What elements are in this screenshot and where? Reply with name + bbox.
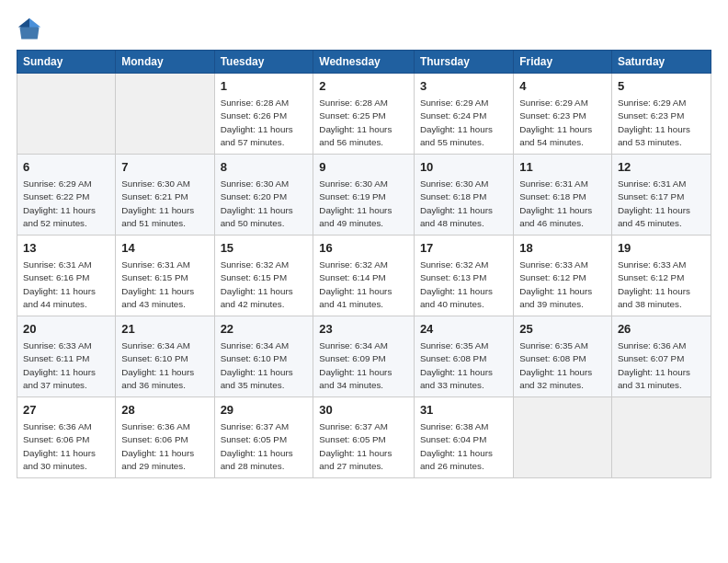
day-number: 19	[618, 240, 705, 257]
day-info: Sunrise: 6:28 AM Sunset: 6:25 PM Dayligh…	[319, 97, 408, 149]
day-number: 18	[519, 240, 606, 257]
day-number: 30	[319, 402, 408, 419]
day-info: Sunrise: 6:34 AM Sunset: 6:10 PM Dayligh…	[221, 339, 308, 392]
day-number: 20	[23, 321, 109, 338]
logo-icon	[17, 17, 42, 42]
calendar-cell: 19Sunrise: 6:33 AM Sunset: 6:12 PM Dayli…	[611, 236, 711, 316]
day-number: 26	[618, 321, 705, 338]
day-info: Sunrise: 6:36 AM Sunset: 6:07 PM Dayligh…	[618, 339, 705, 392]
week-row-5: 27Sunrise: 6:36 AM Sunset: 6:06 PM Dayli…	[17, 397, 711, 478]
day-info: Sunrise: 6:30 AM Sunset: 6:18 PM Dayligh…	[420, 178, 507, 230]
day-number: 6	[23, 159, 109, 176]
day-number: 3	[420, 78, 507, 95]
weekday-header-saturday: Saturday	[611, 51, 711, 74]
day-number: 29	[221, 402, 308, 419]
day-number: 1	[221, 78, 308, 95]
calendar-cell: 10Sunrise: 6:30 AM Sunset: 6:18 PM Dayli…	[414, 155, 513, 236]
day-number: 12	[618, 159, 705, 176]
calendar-cell: 27Sunrise: 6:36 AM Sunset: 6:06 PM Dayli…	[17, 397, 116, 478]
day-number: 31	[420, 402, 507, 419]
calendar-cell: 3Sunrise: 6:29 AM Sunset: 6:24 PM Daylig…	[414, 74, 513, 155]
day-info: Sunrise: 6:35 AM Sunset: 6:08 PM Dayligh…	[420, 339, 507, 392]
day-info: Sunrise: 6:29 AM Sunset: 6:23 PM Dayligh…	[618, 97, 705, 149]
calendar-cell: 22Sunrise: 6:34 AM Sunset: 6:10 PM Dayli…	[214, 316, 313, 397]
calendar-cell: 14Sunrise: 6:31 AM Sunset: 6:15 PM Dayli…	[116, 236, 214, 316]
day-info: Sunrise: 6:28 AM Sunset: 6:26 PM Dayligh…	[221, 97, 308, 149]
svg-marker-1	[29, 18, 40, 28]
day-number: 11	[519, 159, 606, 176]
calendar-cell: 2Sunrise: 6:28 AM Sunset: 6:25 PM Daylig…	[313, 74, 415, 155]
calendar-cell: 28Sunrise: 6:36 AM Sunset: 6:06 PM Dayli…	[116, 397, 214, 478]
day-info: Sunrise: 6:33 AM Sunset: 6:12 PM Dayligh…	[519, 259, 606, 311]
calendar-cell: 26Sunrise: 6:36 AM Sunset: 6:07 PM Dayli…	[611, 316, 711, 397]
weekday-header-sunday: Sunday	[17, 51, 116, 74]
day-number: 2	[319, 78, 408, 95]
weekday-header-friday: Friday	[514, 51, 612, 74]
calendar-cell: 5Sunrise: 6:29 AM Sunset: 6:23 PM Daylig…	[611, 74, 711, 155]
calendar-cell: 7Sunrise: 6:30 AM Sunset: 6:21 PM Daylig…	[116, 155, 214, 236]
calendar-cell: 23Sunrise: 6:34 AM Sunset: 6:09 PM Dayli…	[313, 316, 415, 397]
weekday-header-row: SundayMondayTuesdayWednesdayThursdayFrid…	[17, 51, 711, 74]
weekday-header-wednesday: Wednesday	[313, 51, 415, 74]
weekday-header-thursday: Thursday	[414, 51, 513, 74]
calendar-cell: 13Sunrise: 6:31 AM Sunset: 6:16 PM Dayli…	[17, 236, 116, 316]
day-info: Sunrise: 6:38 AM Sunset: 6:04 PM Dayligh…	[420, 420, 507, 473]
day-number: 21	[121, 321, 208, 338]
day-info: Sunrise: 6:33 AM Sunset: 6:12 PM Dayligh…	[618, 259, 705, 311]
day-info: Sunrise: 6:35 AM Sunset: 6:08 PM Dayligh…	[519, 339, 606, 392]
day-info: Sunrise: 6:29 AM Sunset: 6:22 PM Dayligh…	[23, 178, 109, 230]
calendar-cell: 16Sunrise: 6:32 AM Sunset: 6:14 PM Dayli…	[313, 236, 415, 316]
calendar-cell: 20Sunrise: 6:33 AM Sunset: 6:11 PM Dayli…	[17, 316, 116, 397]
calendar-body: 1Sunrise: 6:28 AM Sunset: 6:26 PM Daylig…	[17, 74, 711, 478]
day-info: Sunrise: 6:29 AM Sunset: 6:24 PM Dayligh…	[420, 97, 507, 149]
day-info: Sunrise: 6:34 AM Sunset: 6:10 PM Dayligh…	[121, 339, 208, 392]
calendar-cell	[17, 74, 116, 155]
day-number: 24	[420, 321, 507, 338]
day-info: Sunrise: 6:31 AM Sunset: 6:18 PM Dayligh…	[519, 178, 606, 230]
day-number: 16	[319, 240, 408, 257]
day-info: Sunrise: 6:30 AM Sunset: 6:20 PM Dayligh…	[221, 178, 308, 230]
calendar-cell: 15Sunrise: 6:32 AM Sunset: 6:15 PM Dayli…	[214, 236, 313, 316]
calendar-cell: 30Sunrise: 6:37 AM Sunset: 6:05 PM Dayli…	[313, 397, 415, 478]
day-number: 28	[121, 402, 208, 419]
day-info: Sunrise: 6:34 AM Sunset: 6:09 PM Dayligh…	[319, 339, 408, 392]
day-number: 22	[221, 321, 308, 338]
day-info: Sunrise: 6:31 AM Sunset: 6:17 PM Dayligh…	[618, 178, 705, 230]
weekday-header-monday: Monday	[116, 51, 214, 74]
day-number: 15	[221, 240, 308, 257]
day-info: Sunrise: 6:36 AM Sunset: 6:06 PM Dayligh…	[121, 420, 208, 473]
day-info: Sunrise: 6:30 AM Sunset: 6:21 PM Dayligh…	[121, 178, 208, 230]
day-info: Sunrise: 6:31 AM Sunset: 6:16 PM Dayligh…	[23, 259, 109, 311]
calendar-cell: 11Sunrise: 6:31 AM Sunset: 6:18 PM Dayli…	[514, 155, 612, 236]
calendar-cell: 1Sunrise: 6:28 AM Sunset: 6:26 PM Daylig…	[214, 74, 313, 155]
calendar-cell: 24Sunrise: 6:35 AM Sunset: 6:08 PM Dayli…	[414, 316, 513, 397]
svg-marker-2	[18, 18, 29, 28]
day-number: 14	[121, 240, 208, 257]
calendar-header: SundayMondayTuesdayWednesdayThursdayFrid…	[17, 51, 711, 74]
day-number: 17	[420, 240, 507, 257]
calendar-cell: 25Sunrise: 6:35 AM Sunset: 6:08 PM Dayli…	[514, 316, 612, 397]
week-row-4: 20Sunrise: 6:33 AM Sunset: 6:11 PM Dayli…	[17, 316, 711, 397]
weekday-header-tuesday: Tuesday	[214, 51, 313, 74]
day-info: Sunrise: 6:37 AM Sunset: 6:05 PM Dayligh…	[221, 420, 308, 473]
calendar-cell: 8Sunrise: 6:30 AM Sunset: 6:20 PM Daylig…	[214, 155, 313, 236]
week-row-2: 6Sunrise: 6:29 AM Sunset: 6:22 PM Daylig…	[17, 155, 711, 236]
calendar-cell	[116, 74, 214, 155]
day-number: 10	[420, 159, 507, 176]
day-number: 13	[23, 240, 109, 257]
day-info: Sunrise: 6:29 AM Sunset: 6:23 PM Dayligh…	[519, 97, 606, 149]
logo	[17, 17, 46, 42]
calendar-cell: 9Sunrise: 6:30 AM Sunset: 6:19 PM Daylig…	[313, 155, 415, 236]
calendar-cell: 18Sunrise: 6:33 AM Sunset: 6:12 PM Dayli…	[514, 236, 612, 316]
calendar-cell: 21Sunrise: 6:34 AM Sunset: 6:10 PM Dayli…	[116, 316, 214, 397]
calendar-cell: 17Sunrise: 6:32 AM Sunset: 6:13 PM Dayli…	[414, 236, 513, 316]
day-number: 9	[319, 159, 408, 176]
week-row-3: 13Sunrise: 6:31 AM Sunset: 6:16 PM Dayli…	[17, 236, 711, 316]
day-info: Sunrise: 6:33 AM Sunset: 6:11 PM Dayligh…	[23, 339, 109, 392]
day-info: Sunrise: 6:37 AM Sunset: 6:05 PM Dayligh…	[319, 420, 408, 473]
day-number: 8	[221, 159, 308, 176]
calendar-cell: 6Sunrise: 6:29 AM Sunset: 6:22 PM Daylig…	[17, 155, 116, 236]
calendar-cell: 29Sunrise: 6:37 AM Sunset: 6:05 PM Dayli…	[214, 397, 313, 478]
day-info: Sunrise: 6:32 AM Sunset: 6:13 PM Dayligh…	[420, 259, 507, 311]
week-row-1: 1Sunrise: 6:28 AM Sunset: 6:26 PM Daylig…	[17, 74, 711, 155]
